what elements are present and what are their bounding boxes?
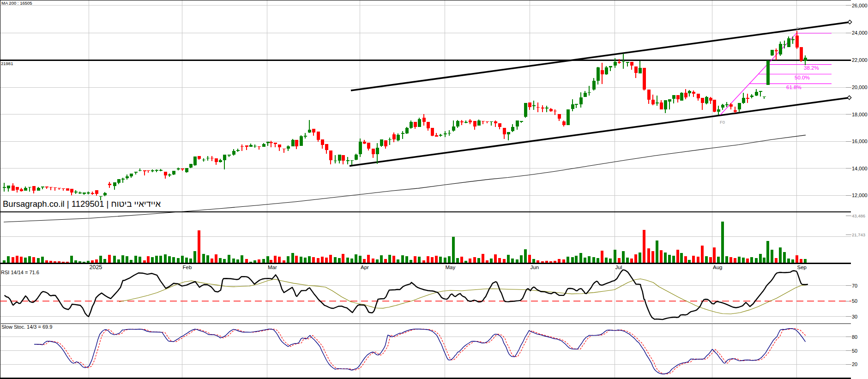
svg-text:Apr: Apr bbox=[361, 265, 369, 270]
svg-text:16,000: 16,000 bbox=[852, 138, 868, 144]
svg-text:Slow Stoc. 14/3 = 69.9: Slow Stoc. 14/3 = 69.9 bbox=[1, 324, 52, 330]
svg-text:50: 50 bbox=[852, 298, 857, 304]
svg-text:F0: F0 bbox=[720, 120, 725, 125]
svg-text:20,000: 20,000 bbox=[852, 84, 868, 90]
svg-text:80: 80 bbox=[852, 334, 857, 340]
svg-text:20: 20 bbox=[852, 361, 857, 367]
svg-text:70: 70 bbox=[852, 283, 857, 289]
svg-text:Aug: Aug bbox=[713, 265, 722, 270]
svg-text:Sep: Sep bbox=[797, 265, 807, 270]
svg-text:22,000: 22,000 bbox=[852, 57, 868, 63]
svg-text:24,000: 24,000 bbox=[852, 30, 868, 36]
svg-text:MA 200 : 16505: MA 200 : 16505 bbox=[1, 0, 32, 6]
svg-text:F1: F1 bbox=[796, 26, 802, 31]
svg-text:30: 30 bbox=[852, 314, 857, 319]
svg-text:21,743: 21,743 bbox=[852, 232, 865, 237]
svg-text:Mar: Mar bbox=[268, 265, 277, 270]
svg-text:14,000: 14,000 bbox=[852, 166, 868, 171]
svg-text:12,000: 12,000 bbox=[852, 193, 868, 198]
svg-text:2025: 2025 bbox=[90, 264, 102, 271]
svg-text:38.2%: 38.2% bbox=[804, 65, 819, 71]
svg-text:61.8%: 61.8% bbox=[786, 84, 802, 90]
svg-text:26,000: 26,000 bbox=[852, 3, 868, 8]
svg-text:Jul: Jul bbox=[615, 265, 622, 270]
svg-text:Bursagraph.co.il | 1129501 | א: Bursagraph.co.il | 1129501 | איידיאיי בי… bbox=[3, 199, 161, 209]
svg-text:Jun: Jun bbox=[530, 265, 539, 270]
svg-text:May: May bbox=[446, 265, 456, 270]
svg-text:43,486: 43,486 bbox=[852, 213, 865, 218]
svg-text:Feb: Feb bbox=[183, 265, 192, 270]
svg-text:18,000: 18,000 bbox=[852, 112, 868, 117]
svg-text:50: 50 bbox=[852, 348, 857, 354]
svg-text:21981: 21981 bbox=[1, 61, 13, 66]
svg-text:RSI 14/14 = 71.6: RSI 14/14 = 71.6 bbox=[1, 270, 39, 275]
svg-text:50.0%: 50.0% bbox=[795, 75, 810, 80]
